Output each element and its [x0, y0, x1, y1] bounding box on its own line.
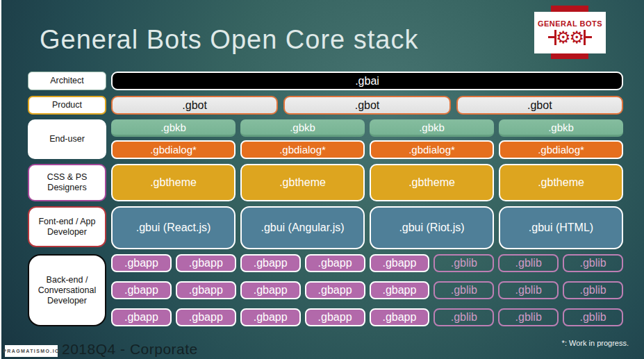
- gbui-react-bar: .gbui (React.js): [111, 206, 236, 249]
- gbui-angular-bar: .gbui (Angular.js): [240, 206, 365, 249]
- gbapp-chip: .gbapp: [305, 308, 365, 326]
- gbkb-row: .gbkb .gbkb .gbkb .gbkb: [111, 119, 623, 137]
- gbot-row: .gbot .gbot .gbot: [111, 96, 623, 115]
- gbtheme-bar: .gbtheme: [111, 164, 236, 201]
- gblib-chip: .gblib: [498, 281, 559, 299]
- general-bots-logo: GENERAL BOTS ⚙ ⚙: [534, 12, 606, 53]
- gears-icon: ⚙ ⚙: [548, 28, 592, 47]
- gblib-chip: .gblib: [434, 254, 494, 272]
- gbot-bar: .gbot: [283, 96, 450, 115]
- gbkb-bar: .gbkb: [499, 119, 623, 137]
- pragmatismo-logo: PRAGMATISMO.IO: [5, 345, 58, 357]
- gbapp-chip: .gbapp: [111, 281, 172, 299]
- row-label-backend-conversational-developer: Back-end / Conversational Developer: [28, 254, 106, 326]
- gbkb-bar: .gbkb: [370, 119, 494, 137]
- backend-row-3: .gbapp .gbapp .gbapp .gbapp .gbapp .gbli…: [111, 308, 623, 326]
- gbdialog-bar: .gbdialog*: [111, 140, 236, 159]
- gear-line-right-icon: [586, 36, 592, 38]
- backend-row-1: .gbapp .gbapp .gbapp .gbapp .gbapp .gbli…: [111, 254, 623, 272]
- row-label-css-ps-designers: CSS & PS Designers: [28, 164, 106, 201]
- gbkb-bar: .gbkb: [240, 119, 365, 137]
- gbapp-chip: .gbapp: [240, 254, 301, 272]
- gbai-row: .gbai: [111, 72, 623, 90]
- slide-title: General Bots Open Core stack: [40, 25, 512, 55]
- gblib-chip: .gblib: [563, 281, 623, 299]
- gear-icon: ⚙: [556, 29, 571, 46]
- gbtheme-row: .gbtheme .gbtheme .gbtheme .gbtheme: [111, 164, 623, 201]
- gbapp-chip: .gbapp: [240, 308, 301, 326]
- row-label-architect: Architect: [28, 72, 106, 90]
- gbapp-chip: .gbapp: [305, 254, 365, 272]
- gbui-row: .gbui (React.js) .gbui (Angular.js) .gbu…: [111, 206, 623, 249]
- gear-icon: ⚙: [570, 29, 585, 46]
- gblib-chip: .gblib: [563, 254, 623, 272]
- gbdialog-bar: .gbdialog*: [499, 140, 623, 159]
- gbapp-chip: .gbapp: [111, 254, 172, 272]
- gblib-chip: .gblib: [434, 308, 494, 326]
- gblib-chip: .gblib: [563, 308, 623, 326]
- row-label-product: Product: [28, 96, 106, 115]
- gbui-riot-bar: .gbui (Riot.js): [370, 206, 494, 249]
- row-label-end-user: End-user: [28, 119, 106, 159]
- gblib-chip: .gblib: [434, 281, 494, 299]
- gbapp-chip: .gbapp: [370, 254, 430, 272]
- gbapp-chip: .gbapp: [370, 281, 430, 299]
- gbot-bar: .gbot: [456, 96, 623, 115]
- gbapp-chip: .gbapp: [176, 254, 236, 272]
- gbdialog-row: .gbdialog* .gbdialog* .gbdialog* .gbdial…: [111, 140, 623, 159]
- gbapp-chip: .gbapp: [305, 281, 365, 299]
- gear-line-left-icon: [548, 36, 554, 38]
- gbdialog-bar: .gbdialog*: [370, 140, 494, 159]
- footer-version-text: 2018Q4 - Corporate: [62, 341, 198, 358]
- gbapp-chip: .gbapp: [176, 308, 236, 326]
- gbui-html-bar: .gbui (HTML): [499, 206, 623, 249]
- gblib-chip: .gblib: [498, 308, 559, 326]
- gbtheme-bar: .gbtheme: [240, 164, 365, 201]
- work-in-progress-note: *: Work in progress.: [562, 339, 629, 347]
- gbai-bar: .gbai: [111, 72, 623, 90]
- row-label-frontend-app-developer: Font-end / App Developer: [28, 206, 106, 247]
- gblib-chip: .gblib: [498, 254, 559, 272]
- gbapp-chip: .gbapp: [370, 308, 430, 326]
- gbkb-bar: .gbkb: [111, 119, 236, 137]
- logo-wordmark: GENERAL BOTS: [538, 19, 602, 28]
- gbapp-chip: .gbapp: [176, 281, 236, 299]
- backend-row-2: .gbapp .gbapp .gbapp .gbapp .gbapp .gbli…: [111, 281, 623, 299]
- gbapp-chip: .gbapp: [111, 308, 172, 326]
- gbapp-chip: .gbapp: [240, 281, 301, 299]
- gbtheme-bar: .gbtheme: [370, 164, 494, 201]
- gbdialog-bar: .gbdialog*: [240, 140, 365, 159]
- gbot-bar: .gbot: [111, 96, 278, 115]
- gbtheme-bar: .gbtheme: [499, 164, 623, 201]
- slide-left-edge: [0, 0, 1, 359]
